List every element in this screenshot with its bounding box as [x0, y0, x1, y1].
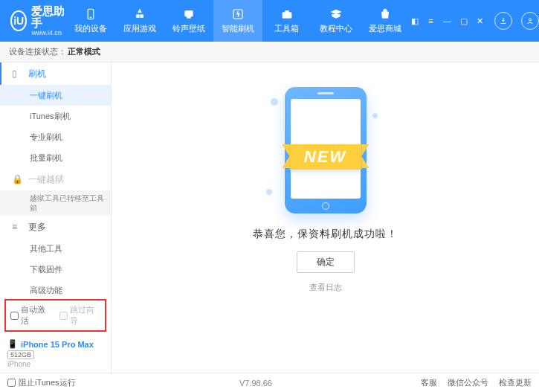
- footer-link-wechat[interactable]: 微信公众号: [448, 377, 488, 388]
- footer-link-update[interactable]: 检查更新: [499, 377, 532, 388]
- app-url: www.i4.cn: [31, 30, 65, 37]
- ok-button[interactable]: 确定: [297, 251, 355, 273]
- device-icon: [84, 7, 97, 21]
- skin-icon[interactable]: ◧: [410, 16, 420, 26]
- svg-point-7: [529, 19, 531, 21]
- nav-label: 铃声壁纸: [172, 23, 205, 34]
- sidebar-item-batch-flash[interactable]: 批量刷机: [0, 147, 111, 168]
- sidebar-group-jailbreak[interactable]: 🔒 一键越狱: [0, 168, 111, 190]
- nav-flash[interactable]: 智能刷机: [213, 0, 262, 42]
- sidebar-item-oneclick-flash[interactable]: 一键刷机: [0, 85, 111, 106]
- nav-label: 爱思商城: [369, 23, 401, 34]
- success-illustration: NEW: [244, 83, 407, 217]
- maximize-icon[interactable]: ▢: [459, 16, 469, 26]
- tutorial-icon: [329, 7, 343, 21]
- sidebar-item-download-firmware[interactable]: 下载固件: [0, 259, 111, 280]
- connection-status: 设备连接状态： 正常模式: [0, 42, 539, 62]
- sidebar-item-advanced[interactable]: 高级功能: [0, 280, 111, 295]
- phone-icon: ▯: [12, 68, 22, 79]
- options-highlight-box: 自动激活 跳过向导: [4, 299, 106, 332]
- svg-rect-2: [184, 11, 193, 17]
- nav-store[interactable]: 爱思商城: [361, 0, 410, 42]
- nav-label: 教程中心: [320, 23, 352, 34]
- device-name: iPhone 15 Pro Max: [21, 340, 94, 349]
- new-ribbon: NEW: [289, 144, 361, 170]
- sidebar-group-more[interactable]: ≡ 更多: [0, 216, 111, 238]
- sidebar-group-label: 一键越狱: [28, 173, 64, 186]
- device-capacity: 512GB: [7, 350, 34, 359]
- nav-label: 我的设备: [74, 23, 107, 34]
- sidebar-group-label: 更多: [28, 221, 46, 234]
- device-info[interactable]: 📱iPhone 15 Pro Max 512GB iPhone: [0, 336, 111, 373]
- flash-icon: [231, 7, 245, 21]
- device-type: iPhone: [7, 360, 103, 368]
- minimize-icon[interactable]: —: [442, 16, 453, 26]
- svg-rect-6: [285, 11, 288, 13]
- download-button[interactable]: [494, 12, 512, 30]
- close-icon[interactable]: ✕: [475, 16, 485, 26]
- more-icon: ≡: [12, 222, 22, 232]
- app-logo: iU 爱思助手 www.i4.cn: [0, 5, 66, 37]
- sidebar-group-flash[interactable]: ▯ 刷机: [0, 62, 111, 85]
- user-button[interactable]: [521, 12, 539, 30]
- sidebar-item-jailbreak-note: 越狱工具已转移至工具箱: [0, 190, 111, 216]
- device-phone-icon: 📱: [7, 339, 18, 349]
- toolbox-icon: [280, 7, 294, 21]
- svg-rect-5: [283, 13, 291, 19]
- status-label: 设备连接状态：: [9, 46, 66, 57]
- svg-point-1: [90, 17, 91, 19]
- version-label: V7.98.66: [239, 379, 272, 388]
- menu-icon[interactable]: ≡: [426, 16, 436, 26]
- store-icon: [378, 7, 392, 21]
- footer-link-support[interactable]: 客服: [421, 377, 437, 388]
- lock-icon: 🔒: [12, 174, 22, 184]
- sidebar-item-itunes-flash[interactable]: iTunes刷机: [0, 106, 111, 126]
- ringtone-icon: [182, 7, 196, 21]
- sidebar-item-other-tools[interactable]: 其他工具: [0, 238, 111, 259]
- nav-label: 工具箱: [274, 23, 299, 34]
- view-log-link[interactable]: 查看日志: [309, 282, 342, 293]
- top-nav: 我的设备 应用游戏 铃声壁纸 智能刷机 工具箱 教程中心 爱思商城: [66, 0, 410, 42]
- sidebar-group-label: 刷机: [28, 68, 46, 80]
- app-name: 爱思助手: [31, 5, 65, 30]
- nav-tutorial[interactable]: 教程中心: [312, 0, 361, 42]
- checkbox-auto-activate[interactable]: 自动激活: [10, 304, 52, 327]
- nav-label: 应用游戏: [123, 23, 156, 34]
- sidebar-item-pro-flash[interactable]: 专业刷机: [0, 126, 111, 147]
- logo-icon: iU: [10, 10, 27, 31]
- nav-label: 智能刷机: [222, 23, 254, 34]
- main-panel: NEW 恭喜您，保资料刷机成功啦！ 确定 查看日志: [112, 62, 539, 373]
- nav-apps[interactable]: 应用游戏: [115, 0, 164, 42]
- nav-my-device[interactable]: 我的设备: [66, 0, 115, 42]
- svg-rect-3: [187, 16, 190, 18]
- apps-icon: [133, 7, 146, 21]
- nav-ringtone[interactable]: 铃声壁纸: [164, 0, 213, 42]
- success-message: 恭喜您，保资料刷机成功啦！: [253, 228, 398, 241]
- checkbox-skip-guide[interactable]: 跳过向导: [59, 304, 101, 327]
- sidebar: ▯ 刷机 一键刷机 iTunes刷机 专业刷机 批量刷机 🔒 一键越狱 越狱工具…: [0, 62, 112, 373]
- nav-toolbox[interactable]: 工具箱: [262, 0, 312, 42]
- status-value: 正常模式: [68, 46, 100, 57]
- checkbox-block-itunes[interactable]: 阻止iTunes运行: [7, 377, 76, 388]
